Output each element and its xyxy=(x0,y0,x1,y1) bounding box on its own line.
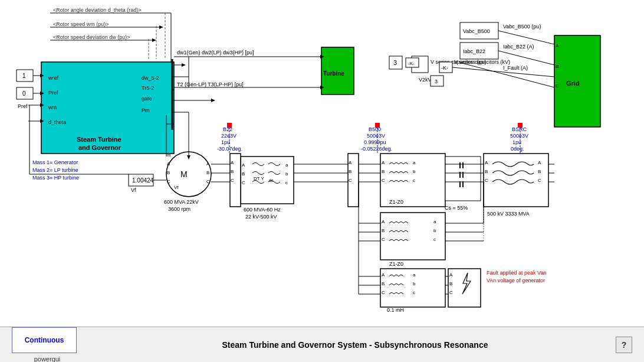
svg-text:600 MVA 22kV: 600 MVA 22kV xyxy=(164,199,199,205)
svg-text:Mass 3= HP turbine: Mass 3= HP turbine xyxy=(32,175,79,181)
svg-text:Turbine: Turbine xyxy=(323,70,344,77)
svg-text:m: m xyxy=(167,152,171,158)
svg-text:d_theta: d_theta xyxy=(48,119,66,125)
svg-text:B: B xyxy=(382,281,385,286)
svg-text:0.9999pu: 0.9999pu xyxy=(364,139,386,145)
svg-text:B: B xyxy=(556,64,558,69)
powergui-label: Continuous xyxy=(25,336,64,344)
svg-text:B500: B500 xyxy=(369,126,381,132)
svg-text:Z1-Z0: Z1-Z0 xyxy=(389,199,403,205)
svg-text:Z1-Z0: Z1-Z0 xyxy=(389,261,403,267)
svg-text:Grid: Grid xyxy=(566,80,580,87)
svg-text:C: C xyxy=(556,83,559,89)
svg-text:-K-: -K- xyxy=(408,61,415,66)
svg-text:C: C xyxy=(231,178,234,183)
svg-text:A: A xyxy=(382,272,385,278)
svg-text:dw_5-2: dw_5-2 xyxy=(142,75,159,81)
svg-text:B: B xyxy=(206,170,209,175)
svg-text:3: 3 xyxy=(393,59,397,66)
svg-text:C: C xyxy=(382,178,385,183)
diagram-svg: wref Pref wm d_theta dw_5-2 Tr5-2 gate P… xyxy=(0,0,644,322)
svg-text:C: C xyxy=(382,290,385,295)
svg-text:a: a xyxy=(413,160,416,165)
svg-text:gate: gate xyxy=(142,96,152,102)
svg-text:A: A xyxy=(485,160,488,165)
bottom-bar: Continuous powergui Steam Turbine and Go… xyxy=(0,327,644,362)
svg-text:c: c xyxy=(413,178,415,183)
svg-text:Pref: Pref xyxy=(18,103,28,109)
svg-text:-K-: -K- xyxy=(441,65,448,71)
svg-text:C: C xyxy=(349,178,352,183)
svg-text:3: 3 xyxy=(435,79,438,84)
svg-text:b: b xyxy=(433,228,436,233)
svg-text:b: b xyxy=(413,169,416,174)
svg-text:a: a xyxy=(285,162,288,168)
svg-text:wref: wref xyxy=(48,75,59,81)
svg-text:c: c xyxy=(285,180,288,185)
svg-text:C: C xyxy=(382,237,385,242)
svg-text:Fault applied at peak Van: Fault applied at peak Van xyxy=(487,270,546,276)
svg-text:Vf: Vf xyxy=(131,187,136,193)
svg-text:BSRC: BSRC xyxy=(512,126,527,132)
svg-text:A: A xyxy=(382,219,385,224)
svg-text:A: A xyxy=(449,272,453,278)
svg-text:and Governor: and Governor xyxy=(78,144,121,151)
svg-text:A: A xyxy=(538,160,541,165)
svg-text:b: b xyxy=(413,281,416,286)
svg-text:c: c xyxy=(433,237,436,242)
svg-text:C: C xyxy=(485,178,488,183)
svg-text:B: B xyxy=(382,228,385,233)
svg-text:B: B xyxy=(485,169,488,174)
svg-text:a: a xyxy=(413,272,416,278)
svg-text:B: B xyxy=(449,281,452,286)
svg-text:Iabc_B22 (A): Iabc_B22 (A) xyxy=(503,44,534,50)
svg-rect-169 xyxy=(448,269,481,307)
svg-text:<Rotor angle deviation d_theta: <Rotor angle deviation d_theta (rad)> xyxy=(53,7,142,13)
svg-text:VAn voltage of generator: VAn voltage of generator xyxy=(487,278,545,283)
diagram-canvas: wref Pref wm d_theta dw_5-2 Tr5-2 gate P… xyxy=(0,0,644,362)
powergui-subtext: powergui xyxy=(34,356,61,363)
svg-text:B22: B22 xyxy=(223,126,232,132)
svg-text:Cs = 55%: Cs = 55% xyxy=(445,205,468,211)
svg-text:M: M xyxy=(180,169,188,179)
svg-text:I_Fault (A): I_Fault (A) xyxy=(503,65,528,71)
svg-text:Mass 2= LP turbine: Mass 2= LP turbine xyxy=(32,167,78,173)
svg-text:wm: wm xyxy=(48,105,57,110)
svg-text:<Rotor speed wm (pu)>: <Rotor speed wm (pu)> xyxy=(53,21,109,27)
svg-text:b: b xyxy=(285,171,288,177)
svg-text:500e3V: 500e3V xyxy=(510,133,528,139)
svg-text:Pref: Pref xyxy=(48,90,58,96)
svg-text:A: A xyxy=(206,161,210,167)
svg-text:A: A xyxy=(382,160,385,165)
svg-text:A: A xyxy=(231,160,234,165)
svg-text:1pu: 1pu xyxy=(221,139,230,145)
svg-text:600 MVA-60 Hz: 600 MVA-60 Hz xyxy=(244,207,281,213)
svg-text:3600 rpm: 3600 rpm xyxy=(168,206,190,212)
powergui-box[interactable]: Continuous xyxy=(12,327,77,353)
svg-text:A: A xyxy=(242,162,245,168)
svg-text:B: B xyxy=(538,169,541,174)
svg-text:0.1 mH: 0.1 mH xyxy=(387,307,404,313)
svg-text:B: B xyxy=(349,169,351,174)
help-button[interactable]: ? xyxy=(616,337,632,353)
svg-text:Mass 1= Generator: Mass 1= Generator xyxy=(32,159,78,165)
svg-text:Iabc_B22: Iabc_B22 xyxy=(463,48,485,54)
svg-text:500 kV 3333 MVA: 500 kV 3333 MVA xyxy=(487,211,530,217)
svg-text:Vf: Vf xyxy=(174,185,179,190)
svg-text:B: B xyxy=(382,169,385,174)
svg-text:V2kV: V2kV xyxy=(419,77,432,83)
svg-text:Pm: Pm xyxy=(142,107,150,113)
svg-text:<Rotor speed deviation dw (pu): <Rotor speed deviation dw (pu)> xyxy=(53,34,130,40)
svg-text:V series capacitors (kV): V series capacitors (kV) xyxy=(454,59,510,65)
svg-text:1: 1 xyxy=(22,73,26,79)
svg-text:22 kV-500 kV: 22 kV-500 kV xyxy=(245,214,277,220)
svg-text:-30.07deg.: -30.07deg. xyxy=(217,146,242,152)
svg-text:Vabc_B500: Vabc_B500 xyxy=(463,28,490,34)
svg-text:B: B xyxy=(242,171,245,177)
svg-text:Vabc_B500 (pu): Vabc_B500 (pu) xyxy=(503,24,541,30)
svg-text:T2 (Gen-LP)  T3(LP-HP) [pu]: T2 (Gen-LP) T3(LP-HP) [pu] xyxy=(177,81,244,87)
svg-text:500e3V: 500e3V xyxy=(367,133,385,139)
svg-text:dw1(Gen)  dw2(LP)   dw3(HP) [p: dw1(Gen) dw2(LP) dw3(HP) [pu] xyxy=(177,50,254,56)
svg-text:B: B xyxy=(231,169,234,174)
svg-text:A: A xyxy=(349,160,352,165)
